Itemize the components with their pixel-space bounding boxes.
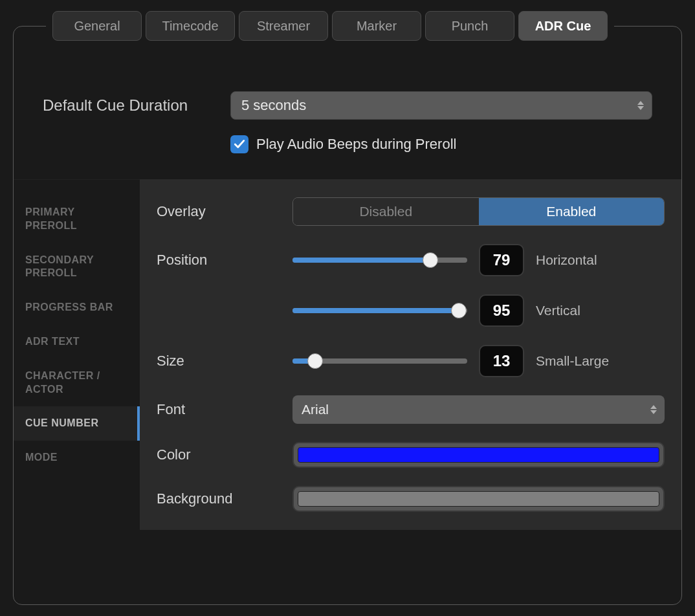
stepper-arrows-icon — [637, 101, 644, 110]
tab-general[interactable]: General — [52, 11, 142, 41]
default-cue-duration-value: 5 seconds — [241, 97, 306, 114]
default-cue-duration-label: Default Cue Duration — [43, 96, 230, 115]
size-label: Size — [157, 353, 292, 369]
color-well[interactable] — [292, 442, 665, 468]
background-label: Background — [157, 490, 292, 507]
slider-thumb[interactable] — [307, 353, 323, 369]
vertical-value[interactable]: 95 — [479, 294, 524, 327]
background-well[interactable] — [292, 486, 665, 512]
tab-punch[interactable]: Punch — [425, 11, 514, 41]
position-label: Position — [157, 252, 292, 269]
font-value: Arial — [302, 402, 329, 417]
font-dropdown[interactable]: Arial — [292, 395, 665, 424]
overlay-enabled-button[interactable]: Enabled — [479, 198, 665, 225]
vertical-slider[interactable] — [292, 308, 467, 313]
sidebar-item-primary-preroll[interactable]: PRIMARY PREROLL — [14, 195, 140, 243]
sidebar-item-mode[interactable]: MODE — [14, 441, 140, 475]
stepper-arrows-icon — [650, 405, 657, 414]
background-swatch — [298, 491, 659, 507]
color-swatch — [298, 447, 659, 463]
tab-marker[interactable]: Marker — [332, 11, 421, 41]
vertical-suffix: Vertical — [536, 303, 607, 318]
tab-timecode[interactable]: Timecode — [146, 11, 235, 41]
overlay-segmented: Disabled Enabled — [292, 197, 665, 226]
play-beeps-label: Play Audio Beeps during Preroll — [256, 136, 456, 153]
sidebar-item-cue-number[interactable]: CUE NUMBER — [14, 406, 140, 441]
horizontal-suffix: Horizontal — [536, 252, 607, 268]
slider-thumb[interactable] — [451, 303, 467, 318]
sidebar-item-progress-bar[interactable]: PROGRESS BAR — [14, 291, 140, 325]
color-label: Color — [157, 446, 292, 463]
overlay-disabled-button[interactable]: Disabled — [293, 198, 479, 225]
sidebar-item-secondary-preroll[interactable]: SECONDARY PREROLL — [14, 243, 140, 291]
top-tabs: General Timecode Streamer Marker Punch A… — [46, 11, 614, 41]
tab-adr-cue[interactable]: ADR Cue — [518, 11, 608, 41]
sidebar: PRIMARY PREROLL SECONDARY PREROLL PROGRE… — [14, 179, 140, 530]
slider-thumb[interactable] — [423, 252, 438, 268]
settings-panel: General Timecode Streamer Marker Punch A… — [13, 26, 682, 605]
size-suffix: Small-Large — [536, 353, 609, 369]
check-icon — [234, 138, 245, 150]
size-slider[interactable] — [292, 358, 467, 364]
horizontal-slider[interactable] — [292, 258, 467, 263]
tab-streamer[interactable]: Streamer — [239, 11, 328, 41]
overlay-label: Overlay — [157, 203, 292, 220]
horizontal-value[interactable]: 79 — [479, 244, 524, 276]
font-label: Font — [157, 401, 292, 418]
sidebar-item-character-actor[interactable]: CHARACTER / ACTOR — [14, 359, 140, 407]
size-value[interactable]: 13 — [479, 345, 524, 377]
play-beeps-checkbox[interactable] — [230, 135, 248, 153]
default-cue-duration-dropdown[interactable]: 5 seconds — [230, 91, 652, 120]
detail-panel: Overlay Disabled Enabled Position 79 — [140, 179, 681, 530]
sidebar-item-adr-text[interactable]: ADR TEXT — [14, 325, 140, 359]
